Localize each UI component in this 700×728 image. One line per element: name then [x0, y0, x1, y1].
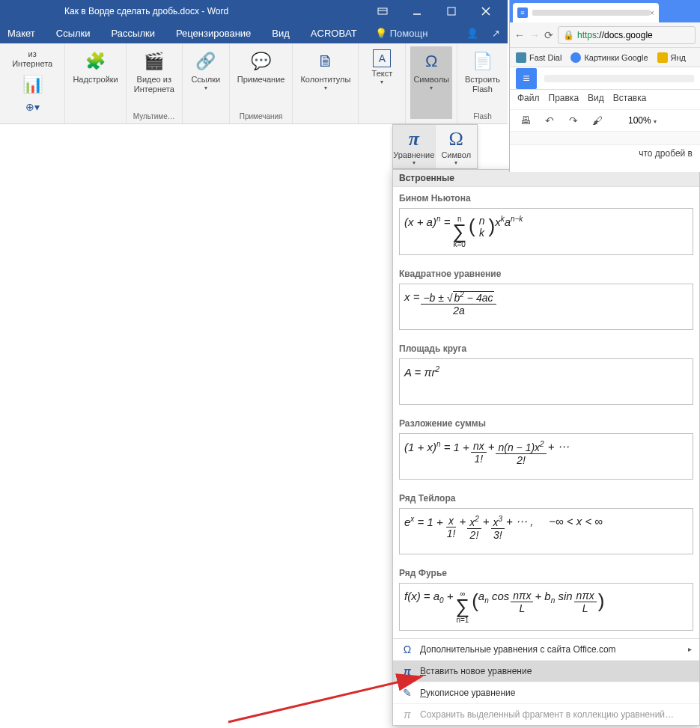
group-label-comments: Примечания [240, 111, 283, 122]
internet-media-button[interactable]: из Интернета 📊 ⊕▾ [4, 46, 60, 123]
group-flash: 📄 Встроить Flash Flash [457, 43, 508, 123]
minimize-button[interactable] [400, 0, 434, 22]
account-icon[interactable]: 👤 [466, 28, 478, 39]
address-bar[interactable]: 🔒 https://docs.google [558, 26, 696, 44]
links-button[interactable]: 🔗 Ссылки ▾ [187, 46, 225, 119]
lock-icon: 🔒 [563, 30, 574, 40]
gdocs-visible-text: что дробей в [639, 148, 693, 159]
chevron-down-icon: ▾ [324, 85, 327, 91]
paint-format-icon[interactable]: 🖌 [589, 112, 606, 129]
gdocs-menu-view[interactable]: Вид [588, 93, 604, 106]
omega-icon: Ω [449, 128, 463, 150]
omega-small-icon: Ω [401, 643, 414, 655]
video-label: Видео из Интернета [134, 75, 174, 94]
comment-label: Примечание [237, 75, 285, 85]
gdocs-document-area[interactable]: что дробей в [510, 145, 700, 151]
equation-flyout-label: Уравнение [393, 150, 434, 159]
gdocs-menu-file[interactable]: Файл [517, 93, 540, 106]
symbols-button[interactable]: Ω Символы ▾ [410, 46, 452, 119]
eq-item-quad[interactable]: x = −b ± √b2 − 4ac2a [399, 284, 693, 330]
chart-icon: 📊 [20, 73, 44, 97]
omega-icon: Ω [419, 49, 443, 73]
gdocs-menu-insert[interactable]: Вставка [613, 93, 647, 106]
chrome-tab-docs[interactable]: ≡ × [513, 3, 659, 22]
share-icon[interactable]: ↗ [492, 28, 500, 39]
gallery-header: Встроенные [393, 170, 699, 187]
svg-rect-0 [378, 8, 387, 14]
gdocs-toolbar: 🖶 ↶ ↷ 🖌 100% ▾ [510, 109, 700, 132]
svg-rect-3 [448, 7, 455, 15]
online-video-button[interactable]: 🎬 Видео из Интернета [131, 46, 177, 111]
equation-dropdown-button[interactable]: π Уравнение ▾ [393, 125, 436, 168]
text-button[interactable]: A Текст ▾ [363, 46, 401, 119]
gdocs-menu-bar: Файл Правка Вид Вставка [510, 90, 700, 109]
redo-icon[interactable]: ↷ [565, 112, 582, 129]
pi-grey-icon: π [401, 709, 414, 721]
ribbon-tab-strip: Макет Ссылки Рассылки Рецензирование Вид… [0, 22, 508, 43]
group-addins: 🧩 Надстройки [65, 43, 126, 123]
symbols-label: Символы [413, 75, 449, 85]
word-title-bar: Как в Ворде сделать дробь.docx - Word [0, 0, 508, 22]
headers-button[interactable]: 🗎 Колонтитулы ▾ [297, 46, 353, 119]
print-icon[interactable]: 🖶 [517, 112, 534, 129]
symbol-dropdown-button[interactable]: Ω Символ ▾ [436, 125, 478, 168]
eq-category-sum: Разложение суммы [393, 412, 699, 432]
chevron-right-icon: ▸ [688, 645, 692, 653]
gallery-body[interactable]: Бином Ньютона (x + a)n = n∑k=0 (nk) xkan… [393, 187, 699, 638]
footer-insert-new-equation[interactable]: π Вставить новое уравнение [393, 660, 699, 682]
gdocs-doc-title[interactable] [544, 75, 694, 82]
footer-more-equations[interactable]: Ω Дополнительные уравнения с сайта Offic… [393, 639, 699, 660]
chevron-down-icon: ▾ [380, 79, 383, 85]
bookmark-fastdial[interactable]: Fast Dial [516, 52, 561, 63]
close-button[interactable] [469, 0, 503, 22]
undo-icon[interactable]: ↶ [541, 112, 558, 129]
url-https: https [577, 30, 597, 40]
gallery-footer: Ω Дополнительные уравнения с сайта Offic… [393, 638, 699, 725]
symbols-flyout: π Уравнение ▾ Ω Символ ▾ [392, 124, 478, 169]
eq-item-taylor[interactable]: ex = 1 + x1! + x22! + x33! + ⋯ , −∞ < x … [399, 508, 693, 554]
tab-mailings[interactable]: Рассылки [109, 25, 158, 42]
chevron-down-icon: ▾ [654, 118, 657, 125]
reload-button[interactable]: ⟳ [544, 29, 553, 41]
eq-item-circle[interactable]: A = πr2 [399, 358, 693, 405]
symbol-flyout-label: Символ [441, 150, 471, 159]
addins-button[interactable]: 🧩 Надстройки [70, 46, 121, 119]
lightbulb-icon: 💡 [375, 28, 387, 39]
eq-item-binom[interactable]: (x + a)n = n∑k=0 (nk) xkan−k [399, 208, 693, 255]
gdocs-ruler[interactable] [510, 132, 700, 145]
comment-button[interactable]: 💬 Примечание [234, 46, 288, 111]
eq-category-quad: Квадратное уравнение [393, 263, 699, 282]
bookmark-yandex[interactable]: Янд [657, 52, 686, 63]
close-tab-icon[interactable]: × [650, 8, 654, 17]
chevron-down-icon: ▾ [204, 85, 207, 91]
ink-icon: ✎ [401, 687, 414, 699]
gdocs-app-icon[interactable]: ≡ [516, 68, 537, 89]
tell-me-search[interactable]: 💡 Помощн [375, 28, 428, 39]
maximize-button[interactable] [434, 0, 469, 22]
back-button[interactable]: ← [514, 29, 525, 41]
chrome-toolbar: ← → ⟳ 🔒 https://docs.google [510, 22, 700, 48]
bookmark-google-images[interactable]: Картинки Google [570, 52, 648, 63]
eq-item-fourier[interactable]: f(x) = a0 + ∞∑n=1 ( an cosnπxL + bn sinn… [399, 583, 693, 630]
footer-ink-label: Рукописное уравнение [420, 688, 515, 698]
gdocs-menu-edit[interactable]: Правка [549, 93, 579, 106]
group-comments: 💬 Примечание Примечания [230, 43, 293, 123]
ribbon: из Интернета 📊 ⊕▾ ии 🧩 Надстройки 🎬 Виде [0, 43, 508, 124]
tab-layout[interactable]: Макет [4, 25, 38, 42]
tab-references[interactable]: Ссылки [53, 25, 94, 42]
comment-icon: 💬 [249, 49, 273, 73]
links-label: Ссылки [191, 75, 220, 85]
eq-item-sum[interactable]: (1 + x)n = 1 + nx1! + n(n − 1)x22! + ⋯ [399, 433, 693, 480]
tab-acrobat[interactable]: ACROBAT [308, 25, 360, 42]
tab-view[interactable]: Вид [269, 25, 293, 42]
tab-review[interactable]: Рецензирование [173, 25, 254, 42]
zoom-select[interactable]: 100% ▾ [628, 115, 657, 126]
equation-gallery: Встроенные Бином Ньютона (x + a)n = n∑k=… [392, 169, 700, 726]
footer-save-label: Сохранить выделенный фрагмент в коллекци… [420, 709, 674, 720]
ribbon-display-options[interactable] [365, 0, 400, 22]
forward-button[interactable]: → [529, 29, 540, 41]
eq-category-binom: Бином Ньютона [393, 187, 699, 207]
fastdial-icon [516, 52, 526, 63]
flash-button[interactable]: 📄 Встроить Flash [462, 46, 503, 111]
footer-ink-equation[interactable]: ✎ Рукописное уравнение [393, 682, 699, 703]
